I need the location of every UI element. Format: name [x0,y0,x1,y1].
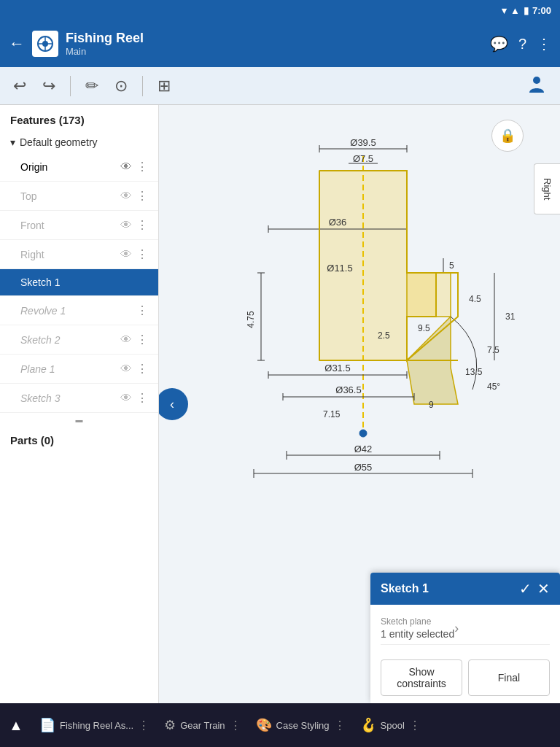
tab-spool-label: Spool [381,720,405,731]
sidebar-item-front[interactable]: Front 👁 ⋮ [0,211,158,240]
svg-text:5: 5 [449,260,454,271]
more-button[interactable]: ⋮ [537,35,551,53]
right-visibility-toggle[interactable]: 👁 [120,248,132,261]
grid-button[interactable]: ⊞ [153,74,175,98]
canvas-area[interactable]: ‹ 🔒 Right [159,105,560,703]
tab-spool[interactable]: 🪝 Spool ⋮ [353,703,428,747]
sidebar-item-sketch2[interactable]: Sketch 2 👁 ⋮ [0,325,158,355]
collapse-sidebar-container: ‹ [159,388,188,420]
app-logo [32,31,58,57]
sketch2-visibility[interactable]: 👁 [120,333,132,347]
show-constraints-button[interactable]: Show constraints [381,659,462,696]
toolbar-divider-2 [142,76,143,96]
sketch3-visibility[interactable]: 👁 [120,392,132,405]
tab-spool-more[interactable]: ⋮ [409,719,421,732]
top-visibility-toggle[interactable]: 👁 [120,190,132,203]
header: ← Fishing Reel Main 💬 ? ⋮ [0,20,560,67]
front-label: Front [20,220,120,231]
tab-case-styling-icon: 🎨 [256,717,272,733]
battery-icon: ▮ [524,5,529,16]
sidebar-item-plane1[interactable]: Plane 1 👁 ⋮ [0,355,158,384]
front-more[interactable]: ⋮ [136,218,148,232]
sketch3-label: Sketch 3 [20,392,120,404]
sketch2-label: Sketch 2 [20,334,120,346]
svg-text:Ø36: Ø36 [329,217,347,228]
svg-text:Ø36.5: Ø36.5 [335,384,361,395]
plane1-actions: 👁 ⋮ [120,362,148,376]
features-header: Features (173) [0,105,158,132]
svg-text:Ø42: Ø42 [354,444,373,454]
help-button[interactable]: ? [518,35,526,53]
sketch-plane-chevron: › [454,621,459,636]
top-actions: 👁 ⋮ [120,189,148,203]
top-more[interactable]: ⋮ [136,189,148,203]
sketch2-actions: 👁 ⋮ [120,333,148,347]
origin-visibility-toggle[interactable]: 👁 [120,160,132,174]
sidebar-item-right[interactable]: Right 👁 ⋮ [0,240,158,269]
time-display: 7:00 [532,5,551,16]
tabs-up-button[interactable]: ▲ [0,703,32,747]
bottom-tabs-bar: ▲ 📄 Fishing Reel As... ⋮ ⚙ Gear Train ⋮ … [0,703,560,747]
sidebar-item-top[interactable]: Top 👁 ⋮ [0,182,158,211]
sidebar: Features (173) ▾ Default geometry Origin… [0,105,159,703]
origin-label: Origin [20,161,120,173]
globe-button[interactable]: ⊙ [110,74,132,98]
svg-text:9: 9 [429,400,434,410]
right-label: Right [20,249,120,260]
back-button[interactable]: ← [9,34,25,53]
sketch3-more[interactable]: ⋮ [136,391,148,405]
tab-fishing-reel-icon: 📄 [39,717,55,733]
header-actions: 💬 ? ⋮ [490,35,551,53]
sketch-panel-title: Sketch 1 [381,582,513,595]
tab-case-styling-more[interactable]: ⋮ [334,719,346,732]
front-visibility-toggle[interactable]: 👁 [120,219,132,232]
toolbar-divider [70,76,71,96]
app-subtitle: Main [66,46,483,57]
tab-case-styling[interactable]: 🎨 Case Styling ⋮ [249,703,353,747]
front-actions: 👁 ⋮ [120,218,148,232]
header-title-block: Fishing Reel Main [66,31,483,57]
sketch-panel: Sketch 1 ✓ ✕ Sketch plane 1 entity selec… [370,573,560,703]
sketch-confirm-button[interactable]: ✓ [519,580,532,597]
final-button[interactable]: Final [468,659,550,696]
right-more[interactable]: ⋮ [136,247,148,261]
main-container: Features (173) ▾ Default geometry Origin… [0,105,560,703]
wifi-icon: ▾ [502,5,507,16]
sidebar-item-origin[interactable]: Origin 👁 ⋮ [0,152,158,182]
svg-text:4.5: 4.5 [469,294,481,304]
plane1-more[interactable]: ⋮ [136,362,148,376]
toolbar: ↩ ↪ ✏ ⊙ ⊞ [0,67,560,105]
default-geometry-section[interactable]: ▾ Default geometry [0,132,158,152]
svg-text:2.5: 2.5 [378,330,390,341]
chat-button[interactable]: 💬 [490,35,508,53]
tab-gear-train-label: Gear Train [180,720,225,731]
tab-gear-train[interactable]: ⚙ Gear Train ⋮ [157,703,248,747]
sketch-close-button[interactable]: ✕ [537,580,550,597]
sketch-plane-row[interactable]: Sketch plane 1 entity selected › [381,612,550,645]
undo-button[interactable]: ↩ [9,74,31,98]
tab-case-styling-label: Case Styling [276,720,330,731]
plane1-label: Plane 1 [20,363,120,375]
tab-gear-train-more[interactable]: ⋮ [230,719,241,732]
tab-fishing-reel-more[interactable]: ⋮ [138,719,149,732]
sketch-panel-body: Sketch plane 1 entity selected › [370,605,560,652]
origin-more[interactable]: ⋮ [136,160,148,174]
collapse-sidebar-button[interactable]: ‹ [159,388,188,420]
sidebar-item-sketch3[interactable]: Sketch 3 👁 ⋮ [0,384,158,413]
edit-button[interactable]: ✏ [81,74,103,98]
status-icons: ▾ ▲ ▮ 7:00 [502,5,551,16]
revolve1-more[interactable]: ⋮ [136,303,148,317]
person-button[interactable] [522,71,551,101]
plane1-visibility[interactable]: 👁 [120,363,132,376]
svg-text:Ø7.5: Ø7.5 [353,153,373,164]
svg-text:Ø11.5: Ø11.5 [327,263,352,274]
entity-selected-value: 1 entity selected [381,628,454,640]
svg-text:13.5: 13.5 [465,367,483,377]
redo-button[interactable]: ↪ [38,74,60,98]
sidebar-item-revolve1[interactable]: Revolve 1 ⋮ [0,296,158,325]
svg-text:9.5: 9.5 [418,323,430,333]
sidebar-item-sketch1[interactable]: Sketch 1 [0,269,158,296]
sketch-panel-header: Sketch 1 ✓ ✕ [370,573,560,605]
tab-fishing-reel[interactable]: 📄 Fishing Reel As... ⋮ [32,703,157,747]
sketch2-more[interactable]: ⋮ [136,333,148,347]
